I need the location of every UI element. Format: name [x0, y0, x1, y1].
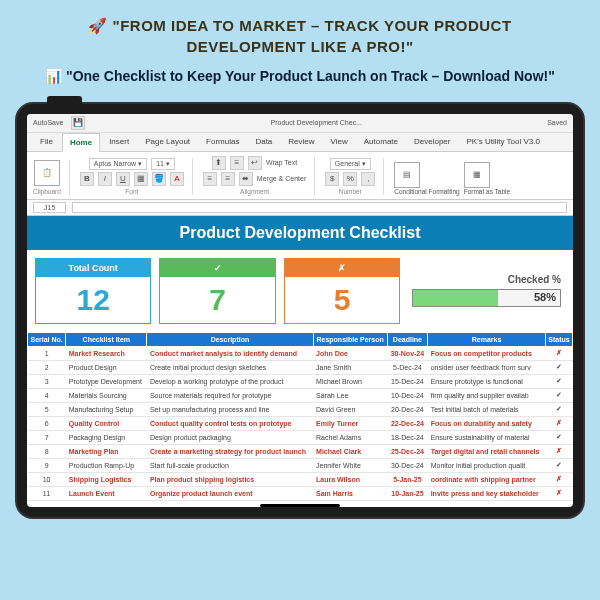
tab-insert[interactable]: Insert — [102, 133, 136, 151]
save-status: Saved — [547, 119, 567, 126]
home-indicator — [260, 504, 340, 507]
wrap-text-label: Wrap Text — [266, 159, 297, 166]
wrap-text-button[interactable]: ↩ — [248, 156, 262, 170]
font-size-selector[interactable]: 11 ▾ — [151, 158, 175, 170]
align-center-button[interactable]: ≡ — [221, 172, 235, 186]
stat-total: Total Count 12 — [35, 258, 151, 324]
stat-fail: ✗ 5 — [284, 258, 400, 324]
font-group-label: Font — [125, 188, 138, 195]
tab-review[interactable]: Review — [281, 133, 321, 151]
clipboard-label: Clipboard — [33, 188, 61, 195]
col-remarks[interactable]: Remarks — [428, 332, 546, 346]
col-deadline[interactable]: Deadline — [387, 332, 427, 346]
number-format-selector[interactable]: General ▾ — [330, 158, 371, 170]
table-row[interactable]: 10Shipping LogisticsPlan product shippin… — [28, 472, 573, 486]
tab-data[interactable]: Data — [248, 133, 279, 151]
checklist-table[interactable]: Serial No. Checklist Item Description Re… — [27, 332, 573, 501]
formula-input[interactable] — [72, 202, 567, 213]
stat-done: ✓ 7 — [159, 258, 275, 324]
x-icon: ✗ — [285, 259, 399, 277]
col-item[interactable]: Checklist Item — [66, 332, 147, 346]
tab-developer[interactable]: Developer — [407, 133, 457, 151]
align-top-button[interactable]: ⬆ — [212, 156, 226, 170]
table-row[interactable]: 1Market ResearchConduct market analysis … — [28, 346, 573, 360]
font-color-button[interactable]: A — [170, 172, 184, 186]
ribbon: 📋 Clipboard Aptos Narrow ▾ 11 ▾ B I U ▦ … — [27, 152, 573, 200]
merge-label: Merge & Center — [257, 175, 306, 182]
table-row[interactable]: 8Marketing PlanCreate a marketing strate… — [28, 444, 573, 458]
tab-formulas[interactable]: Formulas — [199, 133, 246, 151]
stat-progress: Checked % 58% — [408, 258, 565, 324]
table-row[interactable]: 7Packaging DesignDesign product packagin… — [28, 430, 573, 444]
hero-banner: 🚀 "FROM IDEA TO MARKET – TRACK YOUR PROD… — [0, 0, 600, 97]
col-serial[interactable]: Serial No. — [28, 332, 66, 346]
fill-color-button[interactable]: 🪣 — [152, 172, 166, 186]
col-status[interactable]: Status — [545, 332, 572, 346]
currency-button[interactable]: $ — [325, 172, 339, 186]
underline-button[interactable]: U — [116, 172, 130, 186]
tab-file[interactable]: File — [33, 133, 60, 151]
autosave-toggle[interactable]: AutoSave — [33, 119, 63, 126]
progress-bar: 58% — [412, 289, 561, 307]
table-row[interactable]: 5Manufacturing SetupSet up manufacturing… — [28, 402, 573, 416]
tab-automate[interactable]: Automate — [357, 133, 405, 151]
tab-page-layout[interactable]: Page Layout — [138, 133, 197, 151]
col-desc[interactable]: Description — [147, 332, 313, 346]
tab-view[interactable]: View — [324, 133, 355, 151]
format-as-table-button[interactable]: ▦ — [464, 162, 490, 188]
comma-button[interactable]: , — [361, 172, 375, 186]
tablet-frame: AutoSave 💾 Product Development Chec... S… — [15, 102, 585, 519]
conditional-formatting-button[interactable]: ▤ — [394, 162, 420, 188]
tab-home[interactable]: Home — [62, 133, 100, 152]
table-row[interactable]: 11Launch EventOrganize product launch ev… — [28, 486, 573, 500]
percent-button[interactable]: % — [343, 172, 357, 186]
merge-button[interactable]: ⬌ — [239, 172, 253, 186]
formula-bar: J15 — [27, 200, 573, 216]
check-icon: ✓ — [160, 259, 274, 277]
save-icon[interactable]: 💾 — [71, 116, 85, 130]
col-person[interactable]: Responsible Person — [313, 332, 387, 346]
bold-button[interactable]: B — [80, 172, 94, 186]
hero-title: 🚀 "FROM IDEA TO MARKET – TRACK YOUR PROD… — [40, 15, 560, 57]
align-middle-button[interactable]: ≡ — [230, 156, 244, 170]
paste-button[interactable]: 📋 — [34, 160, 60, 186]
sheet-title: Product Development Checklist — [27, 216, 573, 250]
align-left-button[interactable]: ≡ — [203, 172, 217, 186]
table-row[interactable]: 2Product DesignCreate initial product de… — [28, 360, 573, 374]
table-row[interactable]: 9Production Ramp-UpStart full-scale prod… — [28, 458, 573, 472]
table-row[interactable]: 3Prototype DevelopmentDevelop a working … — [28, 374, 573, 388]
alignment-label: Alignment — [240, 188, 269, 195]
document-title: Product Development Chec... — [93, 119, 539, 126]
ribbon-tabs: File Home Insert Page Layout Formulas Da… — [27, 133, 573, 152]
tab-utility[interactable]: PK's Utility Tool V3.0 — [459, 133, 546, 151]
quick-access-toolbar: AutoSave 💾 Product Development Chec... S… — [27, 114, 573, 133]
table-row[interactable]: 6Quality ControlConduct quality control … — [28, 416, 573, 430]
table-row[interactable]: 4Materials SourcingSource materials requ… — [28, 388, 573, 402]
name-box[interactable]: J15 — [33, 202, 66, 213]
hero-subtitle: 📊 "One Checklist to Keep Your Product La… — [40, 67, 560, 87]
font-selector[interactable]: Aptos Narrow ▾ — [89, 158, 147, 170]
italic-button[interactable]: I — [98, 172, 112, 186]
number-group-label: Number — [339, 188, 362, 195]
border-button[interactable]: ▦ — [134, 172, 148, 186]
